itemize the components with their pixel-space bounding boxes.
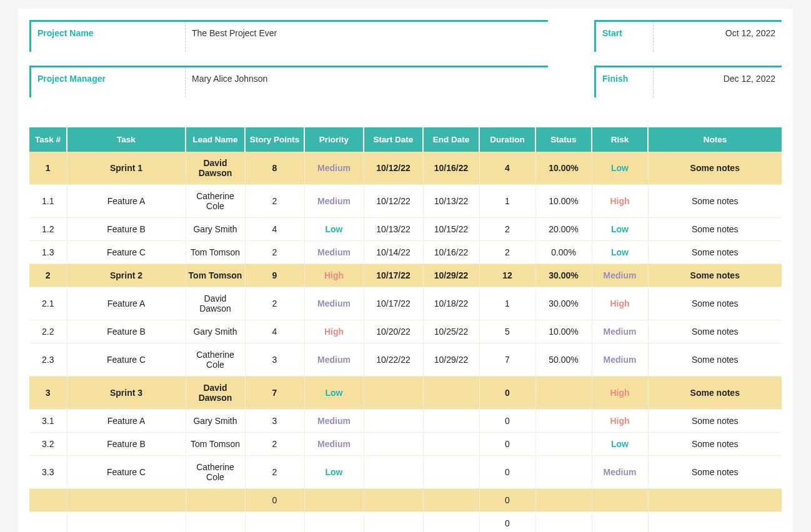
cell-risk[interactable]: Low (592, 433, 648, 456)
cell-lead[interactable]: David Dawson (186, 377, 245, 410)
cell-pts[interactable]: 2 (245, 185, 304, 218)
cell-pri[interactable]: High (304, 320, 364, 343)
cell-notes[interactable]: Some notes (648, 185, 782, 218)
cell-end[interactable] (423, 433, 479, 456)
cell-end[interactable] (423, 456, 479, 489)
cell-pts[interactable]: 9 (245, 264, 304, 287)
project-name-value[interactable]: The Best Project Ever (186, 22, 548, 52)
cell-lead[interactable]: Catherine Cole (186, 343, 245, 377)
cell-end[interactable] (423, 377, 479, 410)
cell-task[interactable]: Sprint 1 (67, 152, 186, 185)
cell-dur[interactable]: 7 (479, 343, 535, 377)
cell-start[interactable]: 10/13/22 (364, 218, 423, 241)
cell-pri[interactable]: Medium (304, 410, 364, 433)
cell-num[interactable]: 1.1 (29, 185, 67, 218)
cell-risk[interactable] (592, 512, 648, 533)
cell-pri[interactable] (304, 489, 364, 512)
cell-end[interactable]: 10/13/22 (423, 185, 479, 218)
cell-dur[interactable]: 2 (479, 241, 535, 264)
cell-end[interactable] (423, 512, 479, 533)
cell-start[interactable]: 10/22/22 (364, 343, 423, 377)
cell-pri[interactable]: Medium (304, 152, 364, 185)
cell-dur[interactable]: 0 (479, 410, 535, 433)
cell-risk[interactable]: Medium (592, 343, 648, 377)
cell-pts[interactable]: 2 (245, 241, 304, 264)
cell-dur[interactable]: 0 (479, 433, 535, 456)
cell-end[interactable]: 10/16/22 (423, 241, 479, 264)
cell-num[interactable]: 3 (29, 377, 67, 410)
cell-end[interactable] (423, 410, 479, 433)
cell-start[interactable] (364, 489, 423, 512)
cell-task[interactable]: Feature A (67, 185, 186, 218)
cell-status[interactable] (535, 433, 592, 456)
cell-start[interactable]: 10/17/22 (364, 287, 423, 320)
cell-dur[interactable]: 1 (479, 287, 535, 320)
cell-status[interactable]: 30.00% (535, 264, 592, 287)
cell-end[interactable]: 10/15/22 (423, 218, 479, 241)
cell-num[interactable] (29, 512, 67, 533)
cell-lead[interactable]: Catherine Cole (186, 456, 245, 489)
cell-notes[interactable]: Some notes (648, 343, 782, 377)
cell-status[interactable]: 20.00% (535, 218, 592, 241)
cell-pts[interactable]: 7 (245, 377, 304, 410)
cell-status[interactable]: 50.00% (535, 343, 592, 377)
cell-start[interactable]: 10/17/22 (364, 264, 423, 287)
cell-pts[interactable]: 4 (245, 320, 304, 343)
cell-status[interactable] (535, 410, 592, 433)
finish-date-value[interactable]: Dec 12, 2022 (654, 67, 782, 97)
cell-num[interactable]: 2.2 (29, 320, 67, 343)
cell-status[interactable]: 0.00% (535, 241, 592, 264)
cell-task[interactable]: Feature B (67, 320, 186, 343)
cell-task[interactable]: Feature A (67, 410, 186, 433)
cell-lead[interactable] (186, 512, 245, 533)
cell-risk[interactable]: Low (592, 241, 648, 264)
cell-task[interactable]: Sprint 2 (67, 264, 186, 287)
start-date-value[interactable]: Oct 12, 2022 (654, 22, 782, 52)
cell-task[interactable]: Feature C (67, 343, 186, 377)
cell-risk[interactable]: High (592, 287, 648, 320)
cell-task[interactable] (67, 489, 186, 512)
cell-num[interactable]: 3.2 (29, 433, 67, 456)
cell-pri[interactable]: Medium (304, 287, 364, 320)
cell-pri[interactable]: Medium (304, 241, 364, 264)
cell-status[interactable] (535, 512, 592, 533)
cell-notes[interactable]: Some notes (648, 456, 782, 489)
cell-risk[interactable]: Low (592, 152, 648, 185)
cell-dur[interactable]: 0 (479, 489, 535, 512)
cell-num[interactable]: 1 (29, 152, 67, 185)
cell-risk[interactable]: High (592, 185, 648, 218)
cell-task[interactable]: Feature C (67, 241, 186, 264)
cell-status[interactable]: 10.00% (535, 320, 592, 343)
cell-pts[interactable]: 3 (245, 343, 304, 377)
cell-lead[interactable]: Tom Tomson (186, 241, 245, 264)
cell-status[interactable] (535, 377, 592, 410)
cell-num[interactable]: 3.3 (29, 456, 67, 489)
cell-risk[interactable] (592, 489, 648, 512)
cell-num[interactable]: 3.1 (29, 410, 67, 433)
cell-risk[interactable]: High (592, 410, 648, 433)
cell-risk[interactable]: Low (592, 218, 648, 241)
cell-lead[interactable]: David Dawson (186, 287, 245, 320)
cell-notes[interactable]: Some notes (648, 433, 782, 456)
cell-num[interactable] (29, 489, 67, 512)
cell-pri[interactable]: High (304, 264, 364, 287)
cell-notes[interactable] (648, 489, 782, 512)
cell-status[interactable] (535, 456, 592, 489)
cell-num[interactable]: 2.1 (29, 287, 67, 320)
project-manager-value[interactable]: Mary Alice Johnson (186, 67, 548, 97)
cell-task[interactable]: Feature B (67, 218, 186, 241)
cell-start[interactable] (364, 456, 423, 489)
cell-risk[interactable]: Medium (592, 320, 648, 343)
cell-dur[interactable]: 0 (479, 512, 535, 533)
cell-notes[interactable]: Some notes (648, 264, 782, 287)
cell-task[interactable]: Sprint 3 (67, 377, 186, 410)
cell-lead[interactable]: Gary Smith (186, 320, 245, 343)
cell-pri[interactable]: Low (304, 456, 364, 489)
cell-dur[interactable]: 1 (479, 185, 535, 218)
cell-start[interactable]: 10/12/22 (364, 185, 423, 218)
cell-notes[interactable]: Some notes (648, 152, 782, 185)
cell-num[interactable]: 2.3 (29, 343, 67, 377)
cell-lead[interactable]: Gary Smith (186, 410, 245, 433)
cell-task[interactable]: Feature B (67, 433, 186, 456)
cell-lead[interactable]: Tom Tomson (186, 433, 245, 456)
